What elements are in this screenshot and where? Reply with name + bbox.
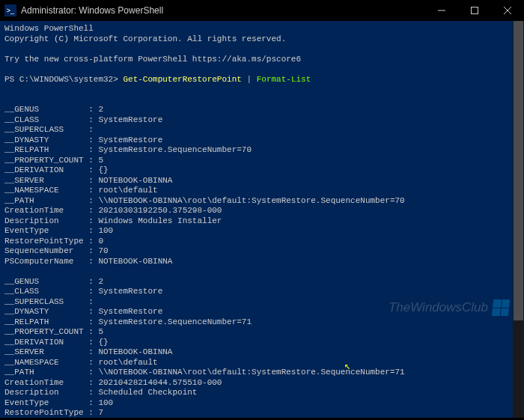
maximize-button[interactable] — [458, 0, 491, 21]
minimize-button[interactable] — [425, 0, 458, 21]
powershell-icon: >_ — [4, 4, 16, 16]
window-title: Administrator: Windows PowerShell — [21, 5, 425, 16]
window-controls — [425, 0, 524, 21]
terminal-output[interactable]: Windows PowerShell Copyright (C) Microso… — [0, 21, 524, 418]
scrollbar-thumb[interactable] — [514, 21, 523, 320]
titlebar[interactable]: >_ Administrator: Windows PowerShell — [0, 0, 524, 21]
svg-rect-1 — [472, 7, 478, 14]
vertical-scrollbar[interactable] — [513, 21, 524, 418]
close-button[interactable] — [491, 0, 524, 21]
